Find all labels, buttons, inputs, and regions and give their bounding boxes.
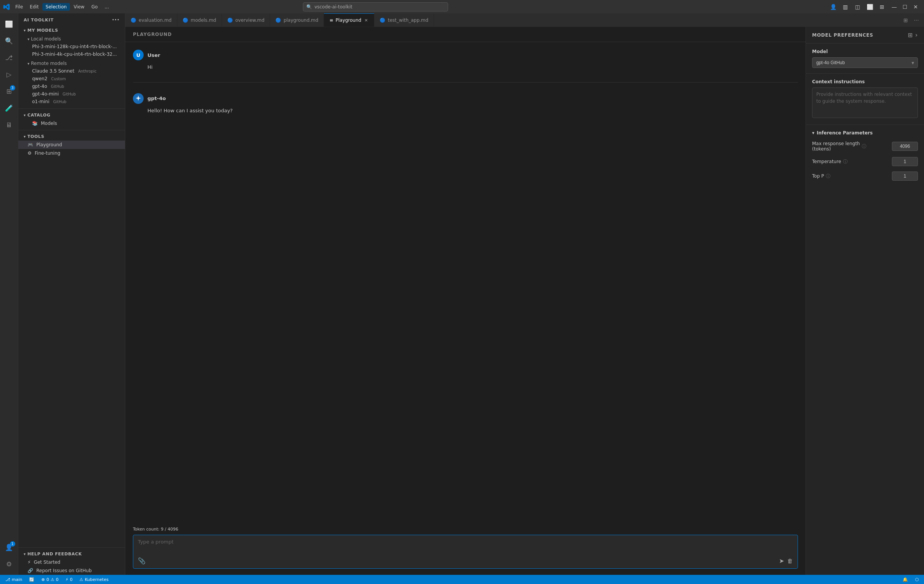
tab-playground[interactable]: ≡ Playground ✕ (324, 13, 375, 27)
tab-icon-overview: 🔵 (227, 18, 233, 23)
attach-icon[interactable]: 📎 (138, 557, 145, 564)
split-editor-btn[interactable]: ⊞ (901, 16, 910, 25)
activity-search[interactable]: 🔍 (2, 33, 17, 48)
help-report-issues[interactable]: 🔗 Report Issues on GitHub (18, 566, 125, 575)
clear-button[interactable]: 🗑 (787, 558, 793, 564)
branch-icon: ⎇ (5, 577, 10, 582)
right-panel-header-icons: ⊞ › (908, 32, 918, 39)
sync-icon: 🔄 (29, 577, 35, 582)
activity-remote[interactable]: 🖥 (2, 117, 17, 132)
layout-btn[interactable]: ▥ (840, 3, 851, 11)
prompt-input-wrapper[interactable]: 📎 ➤ 🗑 (133, 535, 798, 569)
tab-test-with-app[interactable]: 🔵 test_with_app.md (375, 13, 434, 27)
status-kubernetes[interactable]: ⚠ Kubernetes (78, 577, 110, 582)
warnings-count: 0 (56, 577, 58, 582)
minimize-btn[interactable]: — (889, 3, 899, 11)
temperature-input[interactable] (892, 157, 918, 166)
model-select-wrapper[interactable]: gpt-4o GitHub gpt-4o-mini GitHub Claude … (812, 57, 918, 68)
remote-model-claude[interactable]: Claude 3.5 Sonnet Anthropic (18, 67, 125, 75)
activity-ai-toolkit[interactable]: 🧪 (2, 101, 17, 116)
tab-close-playground[interactable]: ✕ (364, 18, 369, 23)
accounts-btn[interactable]: 👤 (828, 3, 838, 11)
notifications-count: 0 (70, 577, 73, 582)
split-icon[interactable]: ⊞ (908, 32, 913, 39)
remote-model-o1mini[interactable]: o1-mini GitHub (18, 98, 125, 106)
tab-icon-playground: ≡ (329, 18, 333, 23)
search-bar[interactable]: 🔍 vscode-ai-toolkit (303, 2, 448, 12)
tab-models-md[interactable]: 🔵 models.md (177, 13, 222, 27)
tools-finetuning[interactable]: ⚙ Fine-tuning (18, 149, 125, 157)
help-chevron: ▾ (24, 552, 26, 556)
temperature-info-icon[interactable]: ⓘ (843, 158, 848, 165)
chevron-right-icon[interactable]: › (915, 32, 918, 39)
menu-file[interactable]: File (12, 3, 26, 11)
status-sync[interactable]: 🔄 (28, 577, 36, 582)
close-btn[interactable]: ✕ (910, 3, 921, 11)
menu-view[interactable]: View (71, 3, 87, 11)
activity-run-debug[interactable]: ▷ (2, 67, 17, 82)
warnings-icon: ⚠ (50, 577, 54, 582)
status-notifications-bell[interactable]: 🔔 (901, 577, 909, 582)
remote-model-gpt4o-mini[interactable]: gpt-4o-mini GitHub (18, 90, 125, 98)
app-body: ⬜ 🔍 ⎇ ▷ ⊞ 3 🧪 🖥 👤 1 ⚙ (0, 13, 924, 575)
status-remote[interactable]: ⬡ (913, 577, 920, 582)
send-button[interactable]: ➤ (779, 557, 784, 564)
help-get-started[interactable]: ⚡ Get Started (18, 558, 125, 566)
catalog-models[interactable]: 📚 Models (18, 119, 125, 127)
my-models-toggle[interactable]: ▾ MY MODELS (18, 26, 125, 35)
sidebar-toggle[interactable]: ◫ (852, 3, 863, 11)
user-avatar: U (133, 49, 144, 60)
activity-settings[interactable]: ⚙ (2, 556, 17, 572)
status-bar: ⎇ main 🔄 ⊗ 0 ⚠ 0 ⚡ 0 ⚠ Kubernetes 🔔 ⬡ (0, 575, 924, 584)
top-p-info-icon[interactable]: ⓘ (826, 173, 830, 180)
prompt-input[interactable] (138, 539, 793, 554)
activity-source-control[interactable]: ⎇ (2, 50, 17, 65)
maximize-btn[interactable]: ☐ (899, 3, 910, 11)
max-response-info-icon[interactable]: ⓘ (862, 143, 866, 150)
editor-layout[interactable]: ⊞ (877, 3, 887, 11)
status-branch[interactable]: ⎇ main (4, 577, 24, 582)
input-toolbar: 📎 ➤ 🗑 (138, 557, 793, 564)
tab-playground-md[interactable]: 🔵 playground.md (270, 13, 324, 27)
catalog-toggle[interactable]: ▾ CATALOG (18, 111, 125, 119)
local-models-toggle[interactable]: ▾ Local models (18, 35, 125, 43)
remote-model-gpt4o[interactable]: gpt-4o GitHub (18, 82, 125, 90)
tools-playground[interactable]: 🎮 Playground (18, 140, 125, 149)
menu-selection[interactable]: Selection (42, 3, 69, 11)
source-control-icon: ⎇ (5, 54, 13, 61)
top-p-input[interactable] (892, 172, 918, 181)
remote-model-qwen2[interactable]: qwen2 Custom (18, 75, 125, 82)
context-textarea[interactable] (812, 87, 918, 118)
more-actions-btn[interactable]: ··· (912, 16, 921, 25)
tab-bar: 🔵 evaluation.md 🔵 models.md 🔵 overview.m… (125, 13, 924, 27)
remote-models-toggle[interactable]: ▾ Remote models (18, 59, 125, 67)
activity-accounts[interactable]: 👤 1 (2, 540, 17, 555)
errors-count: 0 (46, 577, 49, 582)
ai-message-header: gpt-4o (133, 93, 798, 104)
get-started-icon: ⚡ (28, 559, 31, 565)
model-select[interactable]: gpt-4o GitHub gpt-4o-mini GitHub Claude … (812, 57, 918, 68)
remote-icon: 🖥 (6, 121, 12, 129)
inference-header[interactable]: ▾ Inference Parameters (812, 130, 918, 135)
menu-go[interactable]: Go (88, 3, 101, 11)
status-notifications[interactable]: ⚡ 0 (64, 577, 74, 582)
message-divider (133, 82, 798, 82)
playground-tool-icon: 🎮 (28, 142, 33, 147)
sidebar-more-icon[interactable]: ··· (112, 16, 120, 23)
menu-more[interactable]: ... (102, 3, 112, 11)
panel-toggle[interactable]: ⬜ (865, 3, 875, 11)
tools-toggle[interactable]: ▾ TOOLS (18, 132, 125, 140)
kubernetes-icon: ⚠ (79, 577, 83, 582)
activity-explorer[interactable]: ⬜ (2, 16, 17, 32)
status-errors[interactable]: ⊗ 0 ⚠ 0 (40, 577, 60, 582)
activity-extensions[interactable]: ⊞ 3 (2, 84, 17, 99)
inference-section: ▾ Inference Parameters Max response leng… (806, 125, 924, 191)
help-toggle[interactable]: ▾ HELP AND FEEDBACK (18, 550, 125, 558)
local-model-phi3-128k[interactable]: Phi-3-mini-128k-cpu-int4-rtn-block-... (18, 43, 125, 50)
tab-overview-md[interactable]: 🔵 overview.md (222, 13, 270, 27)
local-model-phi3-4k[interactable]: Phi-3-mini-4k-cpu-int4-rtn-block-32... (18, 50, 125, 58)
user-name: User (147, 52, 160, 58)
menu-edit[interactable]: Edit (27, 3, 42, 11)
max-response-input[interactable] (892, 142, 918, 151)
tab-evaluation-md[interactable]: 🔵 evaluation.md (125, 13, 177, 27)
